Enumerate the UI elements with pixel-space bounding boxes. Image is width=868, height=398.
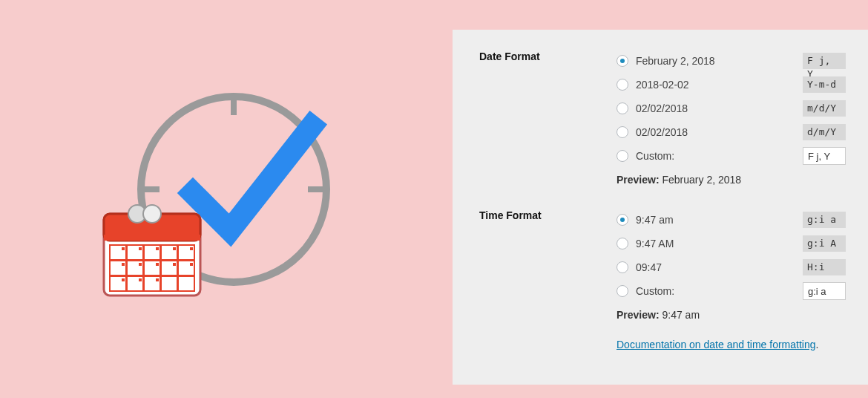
time-option-code: H:i bbox=[803, 259, 846, 275]
svg-rect-29 bbox=[122, 263, 125, 266]
clock-calendar-illustration bbox=[89, 74, 341, 327]
date-option-example[interactable]: 02/02/2018 bbox=[636, 126, 803, 138]
date-format-section: Date Format February 2, 2018 F j, Y 2018… bbox=[479, 49, 846, 186]
time-custom-input[interactable] bbox=[803, 282, 846, 300]
time-option-row[interactable]: 09:47 H:i bbox=[617, 255, 846, 279]
svg-rect-36 bbox=[156, 278, 159, 281]
date-option-code: m/d/Y bbox=[803, 100, 846, 117]
settings-panel: Date Format February 2, 2018 F j, Y 2018… bbox=[453, 30, 868, 385]
date-option-row[interactable]: 02/02/2018 m/d/Y bbox=[617, 97, 846, 120]
svg-rect-22 bbox=[161, 276, 177, 291]
svg-rect-33 bbox=[190, 263, 193, 266]
date-option-row[interactable]: February 2, 2018 F j, Y bbox=[617, 49, 846, 73]
date-custom-row[interactable]: Custom: bbox=[617, 144, 846, 168]
time-option-row[interactable]: 9:47 am g:i a bbox=[617, 208, 846, 232]
radio-icon[interactable] bbox=[617, 238, 628, 249]
radio-checked-icon[interactable] bbox=[617, 55, 628, 67]
date-custom-label[interactable]: Custom: bbox=[636, 150, 803, 162]
radio-icon[interactable] bbox=[617, 79, 628, 91]
date-option-code: Y-m-d bbox=[803, 76, 846, 93]
svg-rect-23 bbox=[178, 276, 194, 291]
svg-rect-26 bbox=[156, 247, 159, 250]
svg-rect-31 bbox=[156, 263, 159, 266]
radio-icon[interactable] bbox=[617, 126, 628, 138]
date-format-options: February 2, 2018 F j, Y 2018-02-02 Y-m-d… bbox=[617, 49, 846, 186]
svg-rect-27 bbox=[173, 247, 176, 250]
svg-rect-35 bbox=[139, 278, 142, 281]
svg-rect-30 bbox=[139, 263, 142, 266]
time-preview-row: Preview: 9:47 am bbox=[617, 309, 846, 321]
time-option-example[interactable]: 09:47 bbox=[636, 261, 803, 273]
radio-icon[interactable] bbox=[617, 261, 628, 273]
radio-icon[interactable] bbox=[617, 285, 628, 297]
radio-icon[interactable] bbox=[617, 150, 628, 162]
time-option-row[interactable]: 9:47 AM g:i A bbox=[617, 232, 846, 255]
svg-rect-25 bbox=[139, 247, 142, 250]
date-preview-label: Preview: bbox=[617, 174, 660, 186]
time-option-example[interactable]: 9:47 AM bbox=[636, 238, 803, 249]
time-option-code: g:i A bbox=[803, 235, 846, 252]
date-option-row[interactable]: 02/02/2018 d/m/Y bbox=[617, 120, 846, 144]
svg-rect-24 bbox=[122, 247, 125, 250]
svg-rect-6 bbox=[104, 235, 200, 241]
time-format-section: Time Format 9:47 am g:i a 9:47 AM g:i A … bbox=[479, 208, 846, 321]
time-option-example[interactable]: 9:47 am bbox=[636, 214, 803, 226]
date-option-example[interactable]: 02/02/2018 bbox=[636, 102, 803, 114]
svg-point-8 bbox=[143, 205, 161, 223]
radio-icon[interactable] bbox=[617, 102, 628, 114]
time-option-code: g:i a bbox=[803, 212, 846, 228]
svg-rect-28 bbox=[190, 247, 193, 250]
svg-rect-34 bbox=[122, 278, 125, 281]
doc-link[interactable]: Documentation on date and time formattin… bbox=[617, 339, 816, 350]
svg-rect-32 bbox=[173, 263, 176, 266]
time-format-options: 9:47 am g:i a 9:47 AM g:i A 09:47 H:i Cu… bbox=[617, 208, 846, 321]
date-custom-input[interactable] bbox=[803, 147, 846, 165]
date-preview-value: February 2, 2018 bbox=[662, 174, 741, 186]
date-option-row[interactable]: 2018-02-02 Y-m-d bbox=[617, 73, 846, 97]
date-option-example[interactable]: 2018-02-02 bbox=[636, 79, 803, 91]
date-option-example[interactable]: February 2, 2018 bbox=[636, 55, 803, 67]
date-format-label: Date Format bbox=[479, 49, 617, 186]
radio-checked-icon[interactable] bbox=[617, 214, 628, 226]
time-preview-label: Preview: bbox=[617, 309, 660, 321]
time-format-label: Time Format bbox=[479, 208, 617, 321]
date-preview-row: Preview: February 2, 2018 bbox=[617, 174, 846, 186]
time-custom-label[interactable]: Custom: bbox=[636, 285, 803, 297]
doc-link-row: Documentation on date and time formattin… bbox=[617, 339, 846, 350]
time-preview-value: 9:47 am bbox=[662, 309, 700, 321]
date-option-code: F j, Y bbox=[803, 53, 846, 69]
date-option-code: d/m/Y bbox=[803, 124, 846, 140]
time-custom-row[interactable]: Custom: bbox=[617, 279, 846, 303]
